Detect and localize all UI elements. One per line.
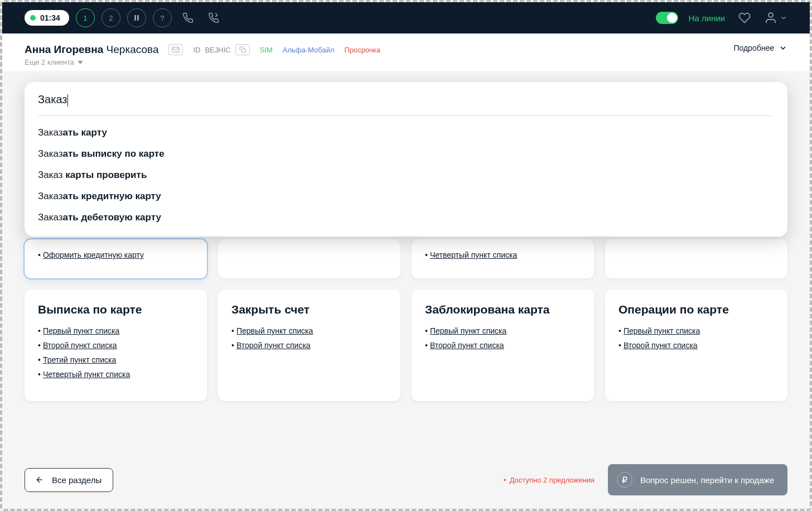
card-list-item: •Первый пункт списка (425, 326, 581, 335)
help-button[interactable]: ? (153, 8, 172, 27)
call-forward-button[interactable] (204, 8, 223, 27)
arrow-left-icon (34, 475, 45, 484)
card-peek: •Четвертый пункт списка (412, 239, 594, 278)
card-peek (218, 239, 400, 278)
card-title: Заблокирована карта (425, 303, 581, 316)
all-sections-button[interactable]: Все разделы (25, 468, 113, 492)
card-list-item: •Второй пункт списка (618, 341, 774, 350)
phone-icon (182, 12, 194, 23)
profile-dropdown[interactable] (764, 11, 787, 25)
card-list-item: •Четвертый пункт списка (412, 244, 594, 259)
footer-right: Доступно 2 предложения ₽ Вопрос решен, п… (504, 464, 787, 495)
card-link[interactable]: Второй пункт списка (624, 341, 698, 350)
card-link[interactable]: Третий пункт списка (43, 355, 116, 364)
search-input[interactable]: Заказ (38, 93, 68, 105)
card-link[interactable]: Оформить кредитную карту (43, 250, 144, 259)
card-title: Выписка по карте (38, 303, 194, 316)
card-list: •Первый пункт списка•Второй пункт списка (618, 326, 774, 350)
svg-rect-4 (241, 49, 245, 53)
topic-card: Выписка по карте•Первый пункт списка•Вто… (25, 290, 207, 401)
call-timer: 01:34 (25, 10, 69, 26)
id-value: BEJHIC (205, 46, 230, 54)
svg-rect-0 (134, 15, 136, 21)
phone-forward-icon (208, 12, 219, 23)
cards-row: Выписка по карте•Первый пункт списка•Вто… (25, 290, 787, 401)
card-list-item: •Третий пункт списка (38, 355, 194, 364)
card-link[interactable]: Второй пункт списка (43, 341, 117, 350)
copy-id-button[interactable] (235, 44, 250, 55)
call-button[interactable] (178, 8, 197, 27)
question-icon: ? (160, 14, 164, 22)
svg-marker-5 (78, 61, 83, 64)
tag-overdue: Просрочка (345, 46, 380, 54)
client-name-bold: Анна Игоревна (25, 44, 103, 55)
card-list-item: •Второй пункт списка (231, 341, 387, 350)
card-list-item: •Второй пункт списка (38, 341, 194, 350)
topbar: 01:34 1 2 ? На линии (2, 2, 810, 33)
card-list-item: •Первый пункт списка (618, 326, 774, 335)
svg-point-2 (768, 13, 773, 17)
card-link[interactable]: Первый пункт списка (624, 326, 700, 335)
heart-icon (738, 12, 751, 24)
mail-icon (172, 47, 180, 52)
tag-alpha-mobile: Альфа-Мобайл (283, 46, 335, 54)
resolve-button[interactable]: ₽ Вопрос решен, перейти к продаже (608, 464, 787, 495)
timer-value: 01:34 (40, 13, 60, 22)
search-suggestion[interactable]: Заказать карту (38, 127, 774, 138)
ruble-icon: ₽ (617, 472, 632, 488)
card-link[interactable]: Четвертый пункт списка (43, 370, 130, 379)
card-link[interactable]: Первый пункт списка (430, 326, 506, 335)
search-suggestion[interactable]: Заказать кредитную карту (38, 191, 774, 202)
search-input-wrap[interactable]: Заказ (38, 93, 774, 116)
favorite-button[interactable] (735, 8, 754, 27)
client-name: Анна Игоревна Черкасова (25, 44, 158, 56)
search-panel: Заказ Заказать картуЗаказать выписку по … (25, 82, 787, 237)
queue-1-button[interactable]: 1 (76, 8, 95, 27)
card-link[interactable]: Первый пункт списка (236, 326, 313, 335)
card-list-item: •Оформить кредитную карту (25, 244, 207, 259)
more-clients-dropdown[interactable]: Еще 2 клиента (25, 58, 380, 66)
client-info: Анна Игоревна Черкасова ID BEJHIC SIM Ал… (25, 44, 380, 66)
cards-peek-row: •Оформить кредитную карту•Четвертый пунк… (25, 239, 787, 278)
queue-2-button[interactable]: 2 (102, 8, 120, 27)
search-suggestion[interactable]: Заказать дебетовую карту (38, 212, 774, 223)
id-prefix: ID (193, 46, 200, 54)
topic-card: Заблокирована карта•Первый пункт списка•… (412, 290, 594, 401)
client-name-rest: Черкасова (103, 44, 158, 55)
footer: Все разделы Доступно 2 предложения ₽ Воп… (2, 455, 810, 509)
online-toggle[interactable] (656, 12, 678, 24)
all-sections-label: Все разделы (52, 475, 102, 485)
card-link[interactable]: Первый пункт списка (43, 326, 119, 335)
online-label: На линии (688, 13, 725, 23)
search-suggestions: Заказать картуЗаказать выписку по картеЗ… (38, 127, 774, 223)
details-button[interactable]: Подробнее (733, 44, 787, 52)
card-link[interactable]: Второй пункт списка (236, 341, 311, 350)
card-list-item: •Второй пункт списка (425, 341, 581, 350)
pause-icon (133, 15, 140, 21)
card-link[interactable]: Четвертый пункт списка (430, 250, 517, 259)
svg-rect-1 (137, 15, 139, 21)
card-list: •Первый пункт списка•Второй пункт списка (425, 326, 581, 350)
card-link[interactable]: Второй пункт списка (430, 341, 504, 350)
chevron-down-icon (779, 44, 787, 52)
pause-button[interactable] (127, 8, 146, 27)
details-label: Подробнее (733, 44, 774, 52)
topbar-right: На линии (656, 8, 787, 27)
topic-card: Закрыть счет•Первый пункт списка•Второй … (218, 290, 400, 401)
user-icon (764, 11, 777, 25)
search-suggestion[interactable]: Заказ карты проверить (38, 170, 774, 181)
main-content: Заказ Заказать картуЗаказать выписку по … (2, 71, 810, 455)
caret-down-icon (78, 60, 83, 65)
offers-note: Доступно 2 предложения (504, 476, 594, 484)
card-list-item: •Первый пункт списка (231, 326, 387, 335)
card-peek (605, 239, 787, 278)
card-list: •Первый пункт списка•Второй пункт списка (231, 326, 387, 350)
mail-button[interactable] (168, 44, 183, 55)
more-clients-label: Еще 2 клиента (25, 58, 74, 66)
client-row: Анна Игоревна Черкасова ID BEJHIC SIM Ал… (25, 44, 380, 56)
chevron-down-icon (780, 14, 787, 22)
resolve-label: Вопрос решен, перейти к продаже (640, 475, 774, 485)
search-suggestion[interactable]: Заказать выписку по карте (38, 148, 774, 160)
card-title: Закрыть счет (231, 303, 387, 316)
card-list-item: •Четвертый пункт списка (38, 370, 194, 379)
